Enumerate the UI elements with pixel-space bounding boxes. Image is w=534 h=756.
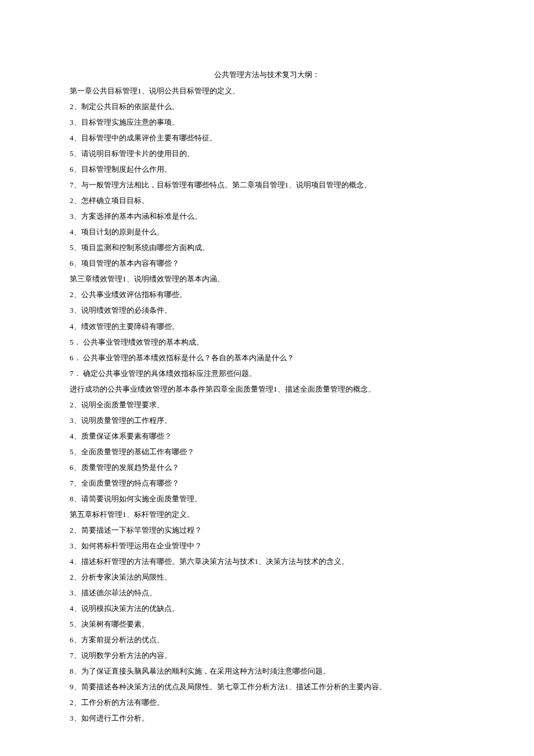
outline-line: 5． 公共事业管理绩效管理的基本构成。: [70, 334, 464, 350]
outline-line: 2、说明全面质量管理要求。: [70, 397, 464, 413]
outline-line: 4、描述标杆管理的方法有哪些。第六章决策方法与技术1、决策方法与技术的含义。: [70, 554, 464, 569]
outline-line: 4、说明模拟决策方法的优缺点。: [70, 601, 464, 616]
outline-line: 6． 公共事业管理的基本绩效指标是什么？各自的基本内涵是什么？: [70, 350, 464, 366]
outline-line: 第五章标杆管理1、标杆管理的定义。: [70, 507, 464, 522]
outline-line: 6、项目管理的基本内容有哪些？: [70, 255, 464, 271]
outline-line: 3、如何进行工作分析。: [70, 710, 464, 726]
outline-line: 2、工作分析的方法有哪些。: [70, 694, 464, 710]
outline-line: 第三章绩效管理1、说明绩效管理的基本内涵。: [70, 271, 464, 287]
outline-line: 3、方案选择的基本内涵和标准是什么。: [70, 208, 464, 224]
outline-line: 8、为了保证直接头脑风暴法的顺利实施，在采用这种方法时须注意哪些问题。: [70, 663, 464, 679]
outline-line: 7、与一般管理方法相比，目标管理有哪些特点。第二章项目管理1、说明项目管理的概念…: [70, 177, 464, 193]
outline-line: 2、公共事业绩效评估指标有哪些。: [70, 287, 464, 302]
outline-line: 2、怎样确立项目目标。: [70, 193, 464, 208]
outline-line: 3、如何将标杆管理运用在企业管理中？: [70, 538, 464, 554]
outline-line: 2、制定公共目标的依据是什么。: [70, 99, 464, 114]
outline-line: 5、决策树有哪些要素。: [70, 616, 464, 632]
outline-line: 2、分析专家决策法的局限性。: [70, 569, 464, 585]
outline-line: 3、说明质量管理的工作程序。: [70, 413, 464, 428]
outline-line: 5、请说明目标管理卡片的使用目的。: [70, 146, 464, 161]
outline-line: 7． 确定公共事业管理的具体绩效指标应注意那些问题。: [70, 366, 464, 381]
outline-line: 第一章公共目标管理1、说明公共目标管理的定义。: [70, 83, 464, 99]
outline-line: 5、项目监测和控制系统由哪些方面构成。: [70, 240, 464, 255]
outline-line: 4、质量保证体系要素有哪些？: [70, 428, 464, 444]
outline-line: 6、目标管理制度起什么作用。: [70, 161, 464, 177]
outline-line: 9、简要描述各种决策方法的优点及局限性。第七章工作分析方法1、描述工作分析的主要…: [70, 679, 464, 694]
outline-line: 3、说明绩效管理的必须条件。: [70, 302, 464, 318]
outline-line: 4、项目计划的原则是什么。: [70, 224, 464, 240]
outline-line: 7、说明数学分析方法的内容。: [70, 648, 464, 663]
outline-line: 4、绩效管理的主要障碍有哪些。: [70, 319, 464, 334]
outline-line: 7、全面质量管理的特点有哪些？: [70, 475, 464, 491]
outline-line: 8、请简要说明如何实施全面质量管理。: [70, 491, 464, 507]
outline-line: 4、目标管理中的成果评价主要有哪些特征。: [70, 130, 464, 146]
outline-line: 3、目标管理实施应注意的事项。: [70, 114, 464, 130]
outline-line: 6、质量管理的发展趋势是什么？: [70, 460, 464, 475]
outline-line: 6、方案前提分析法的优点。: [70, 632, 464, 648]
outline-line: 3、描述德尔菲法的特点。: [70, 585, 464, 601]
document-title: 公共管理方法与技术复习大纲：: [70, 67, 464, 82]
outline-line: 进行成功的公共事业绩效管理的基本条件第四章全面质量管理1、描述全面质量管理的概念…: [70, 381, 464, 397]
document-body: 第一章公共目标管理1、说明公共目标管理的定义。2、制定公共目标的依据是什么。3、…: [70, 83, 464, 726]
outline-line: 5、全面质量管理的基础工作有哪些？: [70, 444, 464, 460]
outline-line: 2、简要描述一下标竿管理的实施过程？: [70, 522, 464, 538]
